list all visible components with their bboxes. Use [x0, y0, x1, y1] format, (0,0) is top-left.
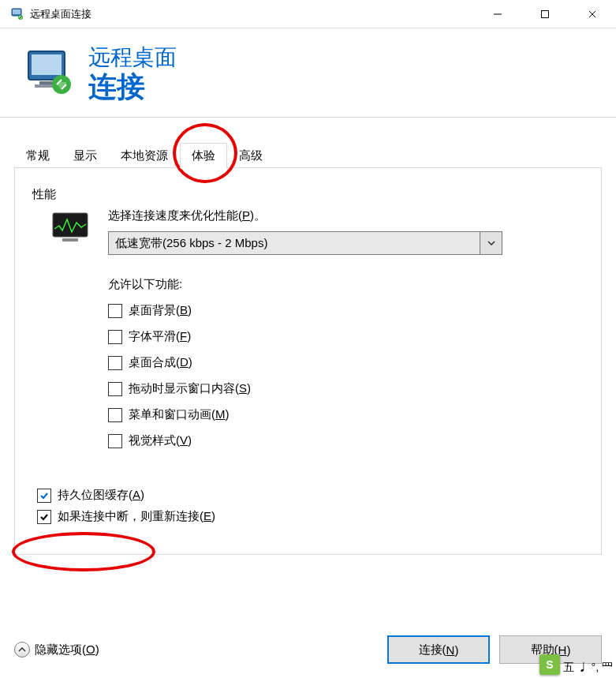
checkbox-box[interactable]	[108, 382, 122, 396]
checkbox-box[interactable]	[108, 408, 122, 422]
dialog-bottom-bar: 隐藏选项(O) 连接(N) 帮助(H)	[0, 627, 616, 678]
tab-general[interactable]: 常规	[14, 143, 62, 168]
close-button[interactable]	[569, 0, 616, 28]
titlebar: 远程桌面连接	[0, 0, 616, 28]
maximize-button[interactable]	[521, 0, 569, 28]
svg-rect-10	[62, 238, 78, 242]
chevron-up-icon	[14, 642, 30, 657]
performance-description: 选择连接速度来优化性能(P)。	[108, 208, 565, 223]
window-controls	[474, 0, 616, 28]
checkbox-visual-styles[interactable]: 视觉样式(V)	[108, 433, 565, 448]
checkbox-label: 菜单和窗口动画(M)	[129, 407, 230, 422]
tab-strip: 常规 显示 本地资源 体验 高级	[14, 143, 602, 168]
chevron-down-icon[interactable]	[480, 232, 502, 254]
header-line2: 连接	[88, 73, 177, 101]
allow-features-label: 允许以下功能:	[108, 277, 565, 292]
connect-button[interactable]: 连接(N)	[387, 635, 490, 664]
dialog-header: 远程桌面 连接	[0, 28, 616, 118]
checkbox-label: 如果连接中断，则重新连接(E)	[58, 509, 215, 524]
svg-rect-6	[39, 81, 54, 84]
checkbox-window-drag-contents[interactable]: 拖动时显示窗口内容(S)	[108, 381, 565, 396]
checkbox-persistent-bitmap-caching[interactable]: 持久位图缓存(A)	[37, 488, 588, 503]
checkbox-menu-animation[interactable]: 菜单和窗口动画(M)	[108, 407, 565, 422]
checkbox-box[interactable]	[108, 330, 122, 344]
checkbox-label: 桌面合成(D)	[129, 355, 192, 370]
tab-experience[interactable]: 体验	[180, 143, 227, 168]
tab-advanced[interactable]: 高级	[227, 143, 274, 168]
checkbox-label: 桌面背景(B)	[129, 303, 192, 318]
svg-point-2	[18, 15, 23, 20]
hide-options-button[interactable]: 隐藏选项(O)	[14, 642, 99, 657]
checkbox-box[interactable]	[37, 510, 51, 524]
svg-rect-5	[32, 54, 62, 75]
ime-indicator: S 五 ♩ °, 罒	[539, 654, 613, 675]
performance-group: 性能 选择连接速度来优化性能(P)。 低速宽带(256 kbps - 2 Mbp…	[28, 179, 588, 459]
header-text: 远程桌面 连接	[88, 43, 177, 101]
hide-options-label: 隐藏选项(O)	[35, 642, 99, 657]
combo-value: 低速宽带(256 kbps - 2 Mbps)	[109, 232, 480, 254]
ime-text: 五 ♩ °, 罒	[563, 661, 613, 675]
checkbox-label: 视觉样式(V)	[129, 433, 192, 448]
checkbox-label: 字体平滑(F)	[129, 329, 191, 344]
connection-speed-combo[interactable]: 低速宽带(256 kbps - 2 Mbps)	[108, 231, 502, 255]
svg-rect-3	[542, 11, 549, 18]
checkbox-desktop-composition[interactable]: 桌面合成(D)	[108, 355, 565, 370]
rdp-icon	[24, 47, 74, 97]
checkbox-box[interactable]	[108, 434, 122, 448]
checkbox-font-smoothing[interactable]: 字体平滑(F)	[108, 329, 565, 344]
checkbox-label: 拖动时显示窗口内容(S)	[129, 381, 251, 396]
minimize-button[interactable]	[474, 0, 521, 28]
svg-rect-9	[53, 213, 88, 237]
tab-display[interactable]: 显示	[62, 143, 109, 168]
ime-badge-icon[interactable]: S	[539, 654, 560, 675]
checkbox-label: 持久位图缓存(A)	[58, 488, 144, 503]
checkbox-reconnect-if-dropped[interactable]: 如果连接中断，则重新连接(E)	[37, 509, 588, 524]
checkbox-box[interactable]	[108, 356, 122, 370]
tab-panel-experience: 性能 选择连接速度来优化性能(P)。 低速宽带(256 kbps - 2 Mbp…	[14, 168, 602, 555]
checkbox-desktop-background[interactable]: 桌面背景(B)	[108, 303, 565, 318]
header-line1: 远程桌面	[88, 43, 177, 73]
checkbox-box[interactable]	[108, 304, 122, 318]
window-title: 远程桌面连接	[30, 7, 474, 21]
performance-icon	[51, 212, 89, 243]
checkbox-box[interactable]	[37, 489, 51, 503]
svg-rect-1	[13, 9, 21, 14]
app-icon	[11, 8, 24, 21]
performance-group-label: 性能	[32, 187, 588, 202]
feature-checkbox-list: 桌面背景(B) 字体平滑(F) 桌面合成(D) 拖动时显示窗口内容(S	[108, 303, 565, 448]
tab-local-resources[interactable]: 本地资源	[109, 143, 180, 168]
